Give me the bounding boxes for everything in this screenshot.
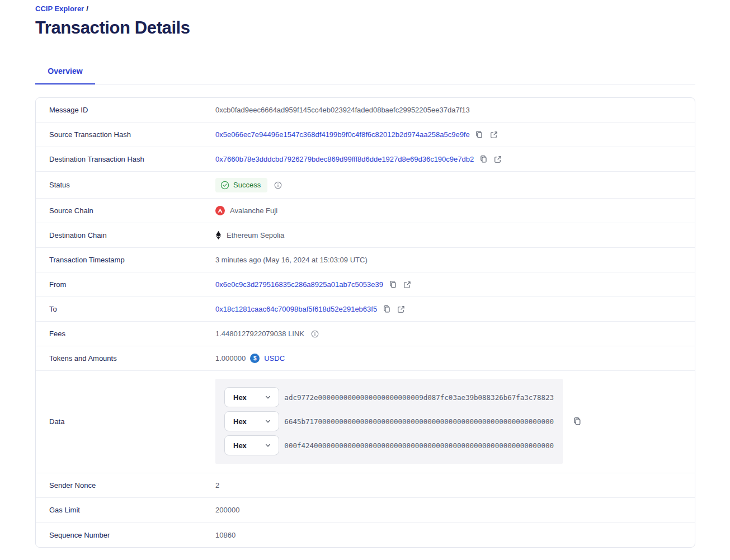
source-tx-hash-label: Source Transaction Hash xyxy=(49,130,215,139)
ethereum-icon xyxy=(215,230,222,240)
source-chain-label: Source Chain xyxy=(49,206,215,215)
row-message-id: Message ID 0xcb0fad9eec6664ad959f145cc4e… xyxy=(36,98,695,123)
source-tx-hash-link[interactable]: 0x5e066ec7e94496e1547c368df4199b9f0c4f8f… xyxy=(215,130,470,139)
message-id-value: 0xcb0fad9eec6664ad959f145cc4eb023924fade… xyxy=(215,106,470,114)
to-address-link[interactable]: 0x18c1281caac64c70098baf5f618d52e291eb63… xyxy=(215,305,377,313)
fees-value: 1.4480127922079038 LINK xyxy=(215,330,304,338)
row-status: Status Success xyxy=(36,172,695,199)
timestamp-label: Transaction Timestamp xyxy=(49,256,215,264)
dest-tx-hash-label: Destination Transaction Hash xyxy=(49,155,215,163)
message-id-label: Message ID xyxy=(49,106,215,114)
chevron-down-icon xyxy=(265,442,271,449)
data-hex-line: adc9772e0000000000000000000000009d087fc0… xyxy=(284,393,554,402)
chevron-down-icon xyxy=(265,418,271,425)
tab-bar: Overview xyxy=(35,63,695,84)
data-line: Hex adc9772e0000000000000000000000009d08… xyxy=(224,387,554,407)
row-timestamp: Transaction Timestamp 3 minutes ago (May… xyxy=(36,248,695,272)
copy-icon[interactable] xyxy=(382,304,392,314)
tokens-amounts-label: Tokens and Amounts xyxy=(49,354,215,363)
copy-icon[interactable] xyxy=(572,416,582,426)
avalanche-icon xyxy=(215,206,225,215)
usdc-icon: $ xyxy=(250,354,260,363)
sender-nonce-value: 2 xyxy=(215,481,219,490)
from-label: From xyxy=(49,280,215,289)
data-format-select[interactable]: Hex xyxy=(224,411,279,431)
chevron-down-icon xyxy=(265,394,271,401)
row-sender-nonce: Sender Nonce 2 xyxy=(36,473,695,498)
token-amount: 1.000000 xyxy=(215,354,246,363)
data-format-select[interactable]: Hex xyxy=(224,387,279,407)
status-label: Status xyxy=(49,181,215,189)
data-hex-line: 000f424000000000000000000000000000000000… xyxy=(284,441,554,450)
copy-icon[interactable] xyxy=(478,154,488,164)
dest-chain-label: Destination Chain xyxy=(49,231,215,239)
data-format-value: Hex xyxy=(233,417,247,426)
check-circle-icon xyxy=(220,181,229,190)
source-chain-name: Avalanche Fuji xyxy=(230,206,277,215)
row-gas-limit: Gas Limit 200000 xyxy=(36,498,695,523)
dest-tx-hash-link[interactable]: 0x7660b78e3dddcbd7926279bdec869d99fff8d6… xyxy=(215,155,474,163)
row-source-chain: Source Chain Avalanche Fuji xyxy=(36,199,695,223)
details-card: Message ID 0xcb0fad9eec6664ad959f145cc4e… xyxy=(35,97,695,548)
row-from: From 0x6e0c9c3d279516835c286a8925a01ab7c… xyxy=(36,272,695,297)
data-format-value: Hex xyxy=(233,441,247,450)
status-badge-text: Success xyxy=(233,181,261,189)
info-icon[interactable] xyxy=(311,330,319,338)
transaction-details-page: CCIP Explorer/ Transaction Details Overv… xyxy=(0,0,730,560)
token-link[interactable]: USDC xyxy=(264,354,285,363)
gas-limit-label: Gas Limit xyxy=(49,506,215,514)
page-title: Transaction Details xyxy=(35,18,695,38)
data-format-select[interactable]: Hex xyxy=(224,435,279,455)
sender-nonce-label: Sender Nonce xyxy=(49,481,215,490)
breadcrumb: CCIP Explorer/ xyxy=(35,4,695,13)
gas-limit-value: 200000 xyxy=(215,506,239,514)
sequence-number-label: Sequence Number xyxy=(49,531,215,539)
external-link-icon[interactable] xyxy=(402,280,412,290)
data-panel: Hex adc9772e0000000000000000000000009d08… xyxy=(215,379,563,464)
row-data: Data Hex adc9772e00000000000000000000000… xyxy=(36,371,695,473)
row-sequence-number: Sequence Number 10860 xyxy=(36,523,695,547)
info-icon[interactable] xyxy=(274,181,282,189)
row-to: To 0x18c1281caac64c70098baf5f618d52e291e… xyxy=(36,297,695,322)
breadcrumb-separator: / xyxy=(86,4,88,13)
from-address-link[interactable]: 0x6e0c9c3d279516835c286a8925a01ab7c5053e… xyxy=(215,280,383,289)
external-link-icon[interactable] xyxy=(493,154,503,164)
breadcrumb-ccip-explorer-link[interactable]: CCIP Explorer xyxy=(35,4,84,13)
row-dest-chain: Destination Chain Ethereum Sepolia xyxy=(36,223,695,248)
row-fees: Fees 1.4480127922079038 LINK xyxy=(36,322,695,346)
data-format-value: Hex xyxy=(233,393,247,402)
external-link-icon[interactable] xyxy=(489,130,499,140)
data-line: Hex 000f42400000000000000000000000000000… xyxy=(224,435,554,455)
to-label: To xyxy=(49,305,215,313)
status-badge: Success xyxy=(215,178,267,192)
data-hex-line: 6645b71700000000000000000000000000000000… xyxy=(284,417,554,426)
row-source-tx-hash: Source Transaction Hash 0x5e066ec7e94496… xyxy=(36,123,695,147)
row-tokens-amounts: Tokens and Amounts 1.000000 $ USDC xyxy=(36,346,695,371)
fees-label: Fees xyxy=(49,330,215,338)
data-line: Hex 6645b7170000000000000000000000000000… xyxy=(224,411,554,431)
tab-overview[interactable]: Overview xyxy=(35,63,95,84)
copy-icon[interactable] xyxy=(474,130,484,140)
data-label: Data xyxy=(49,417,215,426)
copy-icon[interactable] xyxy=(388,280,398,290)
external-link-icon[interactable] xyxy=(396,304,406,314)
row-dest-tx-hash: Destination Transaction Hash 0x7660b78e3… xyxy=(36,147,695,172)
timestamp-value: 3 minutes ago (May 16, 2024 at 15:03:09 … xyxy=(215,256,368,264)
dest-chain-name: Ethereum Sepolia xyxy=(227,231,284,239)
sequence-number-value: 10860 xyxy=(215,531,236,539)
